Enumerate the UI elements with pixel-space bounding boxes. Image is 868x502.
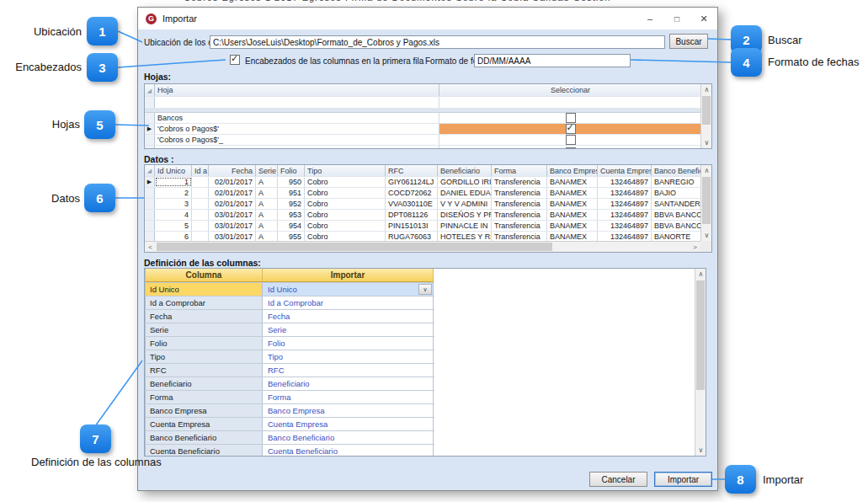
data-row[interactable]: ▶102/01/2017A950CobroGIY061124LJGORDILLO…	[145, 177, 711, 188]
sheet-row[interactable]: 'Cobros o Pagos$'_	[145, 135, 711, 146]
data-cell[interactable]: BANREGIO	[652, 177, 702, 187]
data-cell[interactable]: 132464897	[598, 210, 652, 220]
data-cell[interactable]: 5	[155, 221, 192, 231]
data-vertical-scrollbar[interactable]: ∧∨	[700, 165, 711, 241]
data-row[interactable]: 403/01/2017A953CobroDPT081126DISEÑOS Y P…	[145, 210, 711, 221]
definition-import-cell[interactable]: Forma	[263, 391, 434, 403]
data-cell[interactable]: 132464897	[598, 199, 652, 209]
definition-column-cell[interactable]: Id a Comprobar	[145, 296, 263, 309]
sheet-checkbox[interactable]	[566, 124, 576, 134]
definition-row[interactable]: BeneficiarioBeneficiario	[145, 377, 434, 391]
data-cell[interactable]: PIN151013I	[386, 221, 438, 231]
data-cell[interactable]: Transferencia	[492, 210, 547, 220]
data-cell[interactable]: BANAMEX	[547, 199, 598, 209]
definition-row[interactable]: Id a ComprobarId a Comprobar	[145, 296, 434, 310]
scroll-thumb[interactable]	[702, 177, 711, 224]
data-cell[interactable]: BBVA BANCOMER	[652, 221, 702, 231]
definition-column-cell[interactable]: Id Unico	[145, 283, 263, 296]
data-cell[interactable]: Transferencia	[492, 177, 547, 187]
scroll-down-icon[interactable]: ∨	[695, 445, 706, 456]
data-cell[interactable]	[192, 210, 209, 220]
data-cell[interactable]: 03/01/2017	[209, 221, 256, 231]
data-cell[interactable]	[192, 221, 209, 231]
definition-column-cell[interactable]: Banco Empresa	[145, 404, 263, 417]
data-cell[interactable]: A	[256, 188, 278, 198]
definition-import-cell[interactable]: Serie	[263, 323, 434, 336]
minimize-icon[interactable]: –	[636, 8, 663, 29]
sheets-column-header-hoja[interactable]: Hoja	[155, 84, 439, 96]
definition-column-cell[interactable]: Beneficiario	[145, 377, 263, 390]
data-cell[interactable]: V Y V ADMINI	[438, 199, 492, 209]
definition-scrollbar[interactable]: ∧∨	[695, 269, 706, 456]
data-column-header[interactable]: Banco Empresa	[547, 165, 598, 176]
data-cell[interactable]: Cobro	[305, 188, 386, 198]
data-cell[interactable]: GORDILLO IRI	[438, 177, 492, 187]
data-cell[interactable]: 02/01/2017	[209, 177, 256, 187]
scroll-left-icon[interactable]: <	[145, 242, 156, 253]
data-cell[interactable]: Transferencia	[492, 199, 547, 209]
data-row[interactable]: 202/01/2017A951CobroCOCD72062DANIEL EDUA…	[145, 188, 711, 199]
definition-import-cell[interactable]: Id Unico∨	[263, 283, 434, 296]
data-cell[interactable]: 132464897	[598, 177, 652, 187]
data-cell[interactable]: Transferencia	[492, 188, 547, 198]
definition-row[interactable]: FechaFecha	[145, 310, 434, 323]
definition-import-cell[interactable]: Cuenta Beneficiario	[263, 445, 434, 457]
sheets-filter-cell[interactable]	[155, 97, 439, 108]
definition-row[interactable]: FolioFolio	[145, 337, 434, 350]
definition-import-cell[interactable]: Tipo	[263, 350, 434, 363]
definition-column-cell[interactable]: Forma	[145, 391, 263, 403]
definition-column-cell[interactable]: Folio	[145, 337, 263, 350]
data-column-header[interactable]: Tipo	[305, 165, 386, 176]
data-cell[interactable]: PINNACLE IN	[438, 221, 492, 231]
definition-import-cell[interactable]: Beneficiario	[263, 377, 434, 390]
data-cell[interactable]: 02/01/2017	[209, 199, 256, 209]
data-cell[interactable]: DANIEL EDUA	[438, 188, 492, 198]
data-cell[interactable]: Cobro	[305, 210, 386, 220]
sheet-select-cell[interactable]	[439, 124, 702, 134]
definition-import-cell[interactable]: Cuenta Empresa	[263, 418, 434, 430]
date-format-input[interactable]: DD/MM/AAAA	[474, 54, 631, 67]
maximize-icon[interactable]: □	[663, 8, 690, 29]
data-column-header[interactable]: Fecha	[209, 165, 256, 176]
scroll-down-icon[interactable]: ∨	[701, 137, 712, 148]
definition-column-cell[interactable]: Banco Beneficiario	[145, 431, 263, 444]
scroll-up-icon[interactable]: ∧	[701, 165, 712, 176]
data-cell[interactable]: A	[256, 199, 278, 209]
data-cell[interactable]: SANTANDER	[652, 199, 702, 209]
sheet-row[interactable]: Bancos	[145, 113, 711, 124]
data-cell[interactable]: 132464897	[598, 221, 652, 231]
data-column-header[interactable]: RFC	[386, 165, 438, 176]
scroll-right-icon[interactable]: >	[690, 242, 700, 253]
data-cell[interactable]	[192, 199, 209, 209]
data-horizontal-scrollbar[interactable]: <>	[145, 241, 700, 252]
sheet-select-cell[interactable]	[439, 135, 702, 145]
definition-import-cell[interactable]: Banco Empresa	[263, 404, 434, 417]
dropdown-chevron-icon[interactable]: ∨	[418, 284, 432, 295]
headers-checkbox[interactable]	[230, 55, 240, 65]
data-column-header[interactable]: Banco Beneficiario	[652, 165, 702, 176]
grid-corner-cell[interactable]: ◢	[145, 84, 155, 96]
grid-corner-cell[interactable]: ◢	[145, 165, 155, 176]
data-column-header[interactable]: Serie	[256, 165, 278, 176]
data-row[interactable]: 503/01/2017A954CobroPIN151013IPINNACLE I…	[145, 221, 711, 232]
definition-column-cell[interactable]: Cuenta Beneficiario	[145, 445, 263, 457]
sheet-name-cell[interactable]: 'Cobros o Pagos$'_	[155, 135, 439, 145]
location-input[interactable]: C:\Users\JoseLuis\Desktop\Formato_de_Cob…	[210, 35, 665, 49]
data-cell[interactable]: BANAMEX	[547, 188, 598, 198]
definition-row[interactable]: Id UnicoId Unico∨	[145, 283, 434, 296]
scroll-up-icon[interactable]: ∧	[695, 269, 706, 280]
data-cell[interactable]: BANAMEX	[547, 177, 598, 187]
close-icon[interactable]: ✕	[690, 8, 717, 29]
scroll-up-icon[interactable]: ∧	[701, 84, 712, 95]
sheet-checkbox[interactable]	[566, 113, 576, 123]
data-cell[interactable]: 951	[278, 188, 305, 198]
data-cell[interactable]: 3	[155, 199, 192, 209]
data-cell[interactable]: 954	[278, 221, 305, 231]
dialog-titlebar[interactable]: G Importar – □ ✕	[138, 8, 717, 29]
definition-import-cell[interactable]: Folio	[263, 337, 434, 350]
definition-row[interactable]: Cuenta EmpresaCuenta Empresa	[145, 418, 434, 431]
definition-row[interactable]: TipoTipo	[145, 350, 434, 364]
cancel-button[interactable]: Cancelar	[589, 472, 647, 487]
sheet-name-cell[interactable]: 'Cobros o Pagos$'	[155, 124, 439, 134]
data-cell[interactable]: BAJIO	[652, 188, 702, 198]
